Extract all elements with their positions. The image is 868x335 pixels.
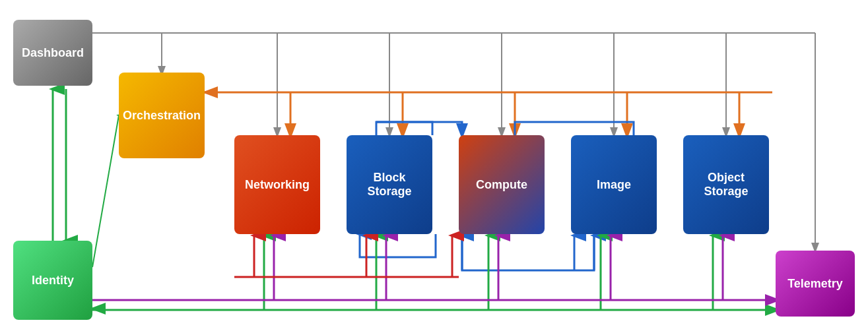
identity-label: Identity: [32, 274, 74, 288]
compute-label: Compute: [476, 178, 527, 192]
telemetry-node: Telemetry: [776, 251, 855, 317]
telemetry-label: Telemetry: [787, 277, 843, 291]
compute-node: Compute: [459, 135, 545, 234]
dashboard-node: Dashboard: [13, 20, 92, 86]
networking-node: Networking: [234, 135, 320, 234]
networking-label: Networking: [245, 178, 310, 192]
diagram-container: Dashboard Orchestration Networking Block…: [0, 0, 868, 335]
image-label: Image: [597, 178, 631, 192]
image-node: Image: [571, 135, 657, 234]
object-storage-node: ObjectStorage: [683, 135, 769, 234]
block-storage-label: BlockStorage: [367, 171, 411, 198]
identity-node: Identity: [13, 241, 92, 320]
orchestration-label: Orchestration: [123, 109, 201, 123]
object-storage-label: ObjectStorage: [704, 171, 748, 198]
block-storage-node: BlockStorage: [347, 135, 432, 234]
orchestration-node: Orchestration: [119, 73, 205, 158]
dashboard-label: Dashboard: [22, 46, 84, 60]
svg-line-29: [92, 115, 119, 267]
